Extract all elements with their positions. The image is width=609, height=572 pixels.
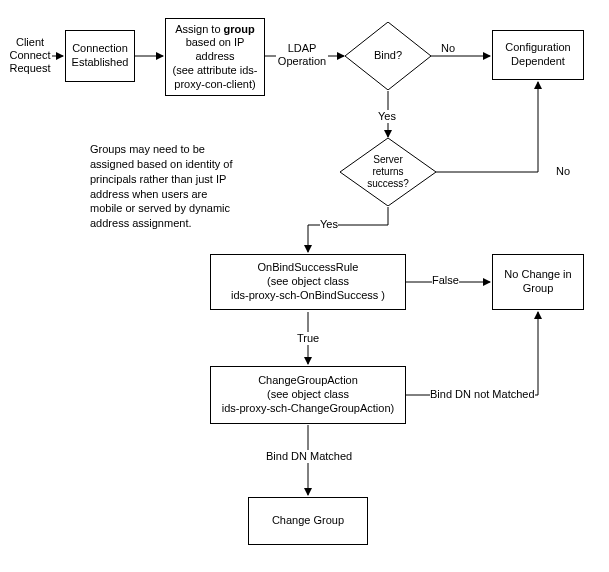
start-label: Client Connect Request [8,36,52,76]
node-cga-text: ChangeGroupAction(see object classids-pr… [222,374,394,415]
annotation-text: Groups may need to be assigned based on … [90,142,260,231]
decision-bind: Bind? [345,22,431,90]
node-connection-established: Connection Established [65,30,135,82]
node-no-change-group: No Change in Group [492,254,584,310]
node-obsr-text: OnBindSuccessRule(see object classids-pr… [231,261,385,302]
decision-server-success: Server returns success? [340,138,436,206]
edge-label-true: True [297,332,319,345]
node-assign-group-text: Assign to groupbased on IPaddress(see at… [173,23,258,92]
node-config-dependent: Configuration Dependent [492,30,584,80]
edge-label-no-1: No [441,42,455,55]
edge-label-yes-2: Yes [320,218,338,231]
decision-bind-text: Bind? [374,49,402,62]
node-changegroupaction: ChangeGroupAction(see object classids-pr… [210,366,406,424]
edge-label-yes-1: Yes [378,110,396,123]
node-onbindsuccessrule: OnBindSuccessRule(see object classids-pr… [210,254,406,310]
node-change-group: Change Group [248,497,368,545]
edge-label-no-2: No [556,165,570,178]
edge-label-bind-dn-not-matched: Bind DN not Matched [430,388,535,401]
edge-label-bind-dn-matched: Bind DN Matched [266,450,352,463]
edge-label-false: False [432,274,459,287]
decision-server-success-text: Server returns success? [367,154,409,190]
edge-label-ldap-operation: LDAP Operation [276,42,328,68]
node-assign-group: Assign to groupbased on IPaddress(see at… [165,18,265,96]
